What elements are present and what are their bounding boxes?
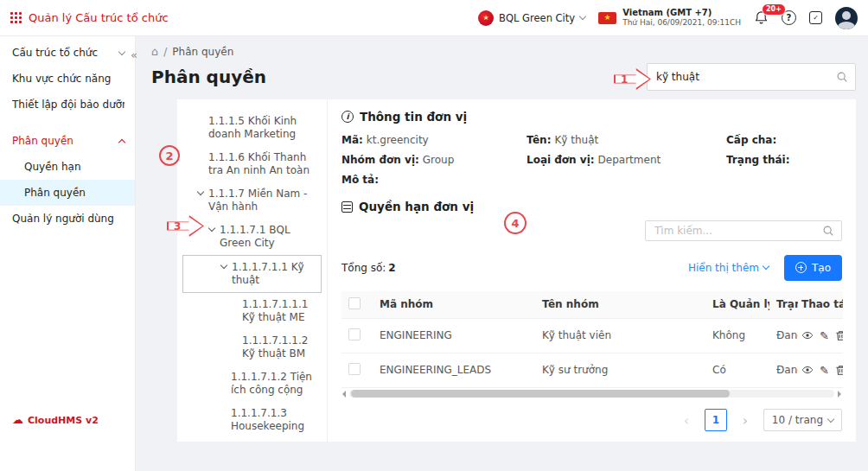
breadcrumb-current[interactable]: Phân quyền: [172, 46, 233, 58]
table-row: ENGINEERING_LEADS Kỹ sư trưởng Có Đang h: [341, 353, 843, 387]
brand-footer: CloudHMS v2: [12, 414, 99, 426]
app-title: Quản lý Cấu trúc tổ chức: [29, 11, 169, 24]
unit-info-fields: Mã:kt.greencity Tên:Kỹ thuật Cấp cha: Nh…: [341, 134, 842, 186]
chevron-down-icon: [827, 416, 834, 423]
info-icon: [341, 111, 354, 123]
row-checkbox[interactable]: [348, 363, 361, 375]
eye-icon[interactable]: [801, 329, 814, 341]
column-header-ten-nhom: Tên nhóm: [535, 291, 705, 319]
brand-name: CloudHMS v2: [28, 415, 99, 426]
pencil-icon[interactable]: [820, 330, 829, 341]
sidebar-item-phan-quyen-sub[interactable]: Phân quyền: [0, 180, 135, 206]
horizontal-scrollbar[interactable]: [341, 390, 842, 398]
field-ten: Tên:Kỹ thuật: [527, 134, 719, 146]
user-avatar[interactable]: [835, 7, 858, 29]
unit-details-panel: Thông tin đơn vị Mã:kt.greencity Tên:Kỹ …: [327, 99, 856, 442]
select-all-checkbox[interactable]: [348, 297, 361, 309]
top-search-input[interactable]: [656, 71, 831, 83]
app-window: Quản lý Cấu trúc tổ chức BQL Green City …: [0, 0, 868, 471]
org-name: BQL Green City: [499, 12, 575, 24]
tree-item[interactable]: 1.1.1.7.1.4 Cây xanh: [182, 438, 322, 442]
field-ma: Mã:kt.greencity: [341, 134, 520, 146]
app-header: Quản lý Cấu trúc tổ chức BQL Green City …: [0, 0, 868, 36]
current-datetime: Thứ Hai, 06/09/2021, 09:11CH: [622, 18, 741, 28]
scrollbar-thumb[interactable]: [351, 390, 730, 398]
chevron-down-icon: [579, 13, 586, 20]
top-search: [647, 63, 856, 91]
tree-item[interactable]: 1.1.1.5 Khối Kinh doanh Marketing: [182, 110, 322, 146]
cell-select: [341, 318, 373, 353]
tree-item[interactable]: 1.1.1.7.1 BQL Green City: [182, 219, 322, 255]
chevron-down-icon: [763, 263, 769, 270]
home-icon[interactable]: [151, 45, 158, 58]
notifications-button[interactable]: 20+: [754, 10, 769, 25]
tree-item[interactable]: 1.1.1.7.1.1.1 Kỹ thuật ME: [182, 293, 322, 329]
sidebar-item-khu-vuc-chuc-nang[interactable]: Khu vực chức năng: [0, 66, 135, 92]
sidebar-item-quan-ly-nguoi-dung[interactable]: Quản lý người dùng: [0, 206, 135, 232]
org-logo-icon: [478, 10, 494, 26]
permissions-header: Quyền hạn đơn vị: [341, 200, 842, 213]
table-icon: [341, 201, 353, 213]
page-size-select[interactable]: 10 / trang: [763, 409, 842, 431]
timezone-block: Vietnam (GMT +7) Thứ Hai, 06/09/2021, 09…: [598, 8, 741, 28]
breadcrumb-separator: [163, 46, 167, 58]
sidebar-item-cau-truc-to-chuc[interactable]: Cấu trúc tổ chức: [0, 40, 135, 66]
current-page-button[interactable]: 1: [705, 409, 727, 431]
cell-ten-nhom: Kỹ thuật viên: [535, 318, 705, 353]
trash-icon[interactable]: [835, 365, 843, 376]
tree-caret-icon[interactable]: [220, 261, 228, 271]
scrollbar-track[interactable]: [349, 390, 834, 398]
cell-select: [341, 353, 373, 387]
create-button[interactable]: Tạo: [784, 255, 842, 281]
next-page-button[interactable]: [734, 409, 756, 431]
tree-caret-icon[interactable]: [207, 224, 216, 234]
scroll-right-icon[interactable]: [838, 391, 841, 398]
cloud-logo-icon: [12, 414, 23, 426]
table-toolbar: Tổng số:2 Hiển thị thêm Tạo: [341, 255, 842, 281]
search-icon[interactable]: [822, 225, 834, 237]
table-header-row: Mã nhóm Tên nhóm Là Quản lý Trạng Thao t…: [341, 291, 843, 319]
sidebar-collapse-button[interactable]: [131, 48, 137, 61]
main-content: Phân quyền Phân quyền 1.1.1.5 Khối Kinh …: [136, 36, 868, 471]
title-row: Phân quyền: [151, 63, 856, 91]
tree-item-selected[interactable]: 1.1.1.7.1.1 Kỹ thuật: [182, 255, 322, 293]
column-header-ma-nhom: Mã nhóm: [373, 291, 535, 319]
trash-icon[interactable]: [835, 330, 843, 341]
prev-page-button[interactable]: [675, 409, 698, 431]
header-right: BQL Green City Vietnam (GMT +7) Thứ Hai,…: [478, 7, 858, 29]
tree-item[interactable]: 1.1.1.6 Khối Thanh tra An ninh An toàn: [182, 146, 322, 182]
tree-item[interactable]: 1.1.1.7.1.1.2 Kỹ thuật BM: [182, 329, 322, 366]
permissions-search-input[interactable]: [654, 225, 817, 237]
permissions-search: [645, 220, 842, 241]
chevron-down-icon: [118, 48, 125, 54]
cell-thao-tac: [798, 318, 843, 353]
search-icon[interactable]: [836, 71, 848, 83]
column-header-thao-tac: Thao tác: [798, 291, 843, 319]
sidebar-item-thiet-lap-doi-bao-duong[interactable]: Thiết lập đội bảo dưỡng khu ...: [0, 92, 135, 118]
show-more-button[interactable]: Hiển thị thêm: [688, 262, 769, 274]
org-selector[interactable]: BQL Green City: [478, 10, 585, 26]
eye-icon[interactable]: [801, 364, 814, 376]
cell-la-quan-ly: Không: [705, 318, 769, 353]
tree-item[interactable]: 1.1.1.7.1.2 Tiện ích công cộng: [182, 366, 322, 402]
content-card: 1.1.1.5 Khối Kinh doanh Marketing 1.1.1.…: [177, 99, 856, 442]
pencil-icon[interactable]: [820, 365, 829, 376]
field-mo-ta: Mô tả:: [341, 174, 842, 186]
permissions-table: Mã nhóm Tên nhóm Là Quản lý Trạng Thao t…: [341, 291, 843, 388]
sidebar-item-phan-quyen[interactable]: Phân quyền: [0, 128, 135, 154]
row-checkbox[interactable]: [348, 328, 361, 341]
table-row: ENGINEERING Kỹ thuật viên Không Đang h: [341, 318, 843, 353]
sidebar-item-quyen-han[interactable]: Quyền hạn: [0, 154, 135, 180]
tree-item[interactable]: 1.1.1.7 Miền Nam - Vận hành: [182, 182, 322, 219]
apps-grid-icon[interactable]: [10, 12, 22, 23]
tree-item[interactable]: 1.1.1.7.1.3 Housekeeping: [182, 402, 322, 438]
cell-la-quan-ly: Có: [705, 353, 769, 387]
scroll-left-icon[interactable]: [342, 391, 346, 398]
plus-icon: [795, 262, 807, 273]
vietnam-flag-icon: [598, 12, 616, 24]
check-square-icon[interactable]: [809, 11, 822, 24]
total-count: Tổng số:2: [341, 262, 396, 274]
tree-caret-icon[interactable]: [196, 188, 205, 198]
page-title: Phân quyền: [151, 63, 266, 91]
timezone-text: Vietnam (GMT +7) Thứ Hai, 06/09/2021, 09…: [622, 8, 741, 28]
